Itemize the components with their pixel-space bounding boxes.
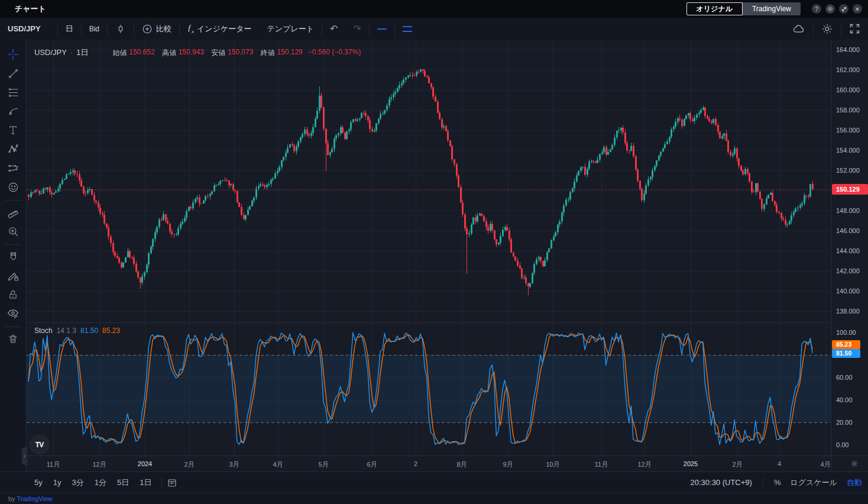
open-label: 始値 bbox=[112, 48, 127, 58]
auto-scale-button[interactable]: 自動 bbox=[847, 477, 862, 488]
quote-type-button[interactable]: Bid bbox=[82, 18, 107, 40]
window-titlebar: チャート オリジナル TradingView ? ✕ bbox=[0, 0, 868, 18]
trend-line-tool[interactable] bbox=[4, 64, 22, 82]
range-1m-button[interactable]: 1分 bbox=[89, 477, 112, 488]
forecast-tool[interactable] bbox=[4, 159, 22, 177]
fullscreen-button[interactable] bbox=[841, 18, 868, 40]
popout-button[interactable] bbox=[839, 4, 848, 14]
percent-scale-button[interactable]: % bbox=[774, 478, 781, 487]
indicator-name: Stoch bbox=[34, 327, 53, 335]
trading-app-window: チャート オリジナル TradingView ? ✕ USD/JPY 日 Bid… bbox=[0, 0, 868, 504]
chart-style-button[interactable] bbox=[108, 18, 134, 40]
last-price-badge: 150.129 bbox=[832, 184, 868, 195]
cloud-save-button[interactable] bbox=[785, 18, 813, 40]
ruler-icon bbox=[7, 206, 19, 218]
magnet-tool[interactable] bbox=[4, 248, 22, 266]
time-tick-label: 12月 bbox=[92, 460, 106, 469]
stoch-k-badge: 81.50 bbox=[832, 349, 860, 358]
range-5y-button[interactable]: 5y bbox=[29, 478, 48, 487]
brush-tool[interactable] bbox=[4, 102, 22, 120]
log-scale-button[interactable]: ログスケール bbox=[790, 477, 837, 488]
emoji-icon bbox=[8, 182, 19, 193]
xabcd-pattern-icon bbox=[8, 144, 19, 155]
stoch-tick-label: 60.00 bbox=[836, 374, 853, 381]
tradingview-link[interactable]: TradingView bbox=[17, 495, 53, 502]
undo-button[interactable]: ↶ bbox=[322, 18, 345, 40]
time-tick-label: 2 bbox=[414, 460, 417, 467]
price-tick-label: 160.000 bbox=[836, 86, 860, 93]
redo-button[interactable]: ↷ bbox=[345, 18, 368, 40]
fx-icon: ƒx bbox=[187, 24, 194, 34]
indicators-button[interactable]: ƒx インジケーター bbox=[180, 18, 260, 40]
chart-settings-button[interactable] bbox=[814, 18, 841, 40]
stoch-d-value: 85.23 bbox=[102, 327, 120, 335]
stoch-tick-label: 20.00 bbox=[836, 419, 853, 426]
drawing-lock-tool[interactable] bbox=[4, 267, 22, 285]
fullscreen-icon bbox=[849, 23, 860, 34]
fib-retracement-tool[interactable] bbox=[4, 83, 22, 101]
indicator-params: 14 1 3 bbox=[57, 327, 76, 335]
symbol-legend[interactable]: USD/JPY · 1日 始値150.652 高値150.943 安値150.0… bbox=[34, 47, 361, 58]
price-tick-label: 152.000 bbox=[836, 167, 860, 174]
time-tick-label: 10月 bbox=[546, 460, 559, 469]
lock-all-tool[interactable] bbox=[4, 286, 22, 303]
candlestick-icon bbox=[115, 23, 126, 35]
measure-tool[interactable] bbox=[4, 203, 22, 221]
line-style-button[interactable] bbox=[370, 18, 394, 40]
time-tick-label: 11月 bbox=[47, 460, 60, 469]
price-tick-label: 156.000 bbox=[836, 127, 860, 134]
hide-drawings-tool[interactable] bbox=[4, 305, 22, 322]
stochastic-legend[interactable]: Stoch 14 1 3 81.50 85.23 bbox=[34, 327, 120, 335]
cloud-icon bbox=[792, 23, 805, 35]
time-tick-label: 2月 bbox=[184, 460, 194, 469]
price-tick-label: 140.000 bbox=[836, 287, 860, 295]
time-tick-label: 2024 bbox=[138, 460, 152, 467]
eye-pencil-icon bbox=[7, 308, 19, 319]
time-tick-label: 8月 bbox=[456, 460, 467, 469]
stoch-tick-label: 40.00 bbox=[836, 396, 853, 403]
gear-icon bbox=[850, 460, 859, 468]
price-chart-canvas[interactable] bbox=[27, 40, 831, 322]
time-axis[interactable]: 11月12月20242月3月4月5月6月28月9月10月11月12月20252月… bbox=[27, 455, 868, 471]
high-value: 150.943 bbox=[179, 48, 204, 58]
lock-icon bbox=[8, 289, 18, 300]
compare-button[interactable]: 比較 bbox=[134, 18, 179, 40]
interval-button[interactable]: 日 bbox=[58, 18, 81, 40]
emoji-tool[interactable] bbox=[4, 178, 22, 196]
remove-drawings-tool[interactable] bbox=[4, 330, 22, 348]
clock-display[interactable]: 20:30:30 (UTC+9) bbox=[690, 478, 752, 487]
time-tick-label: 5月 bbox=[318, 460, 328, 469]
range-1d-button[interactable]: 1日 bbox=[134, 477, 157, 488]
pane-divider[interactable] bbox=[27, 322, 831, 323]
pattern-tool[interactable] bbox=[4, 140, 22, 158]
stoch-k-value: 81.50 bbox=[80, 327, 98, 335]
symbol-button[interactable]: USD/JPY bbox=[0, 18, 57, 40]
tab-tradingview[interactable]: TradingView bbox=[743, 2, 801, 15]
change-value: −0.560 (−0.37%) bbox=[308, 48, 361, 58]
time-tick-label: 11月 bbox=[595, 460, 608, 469]
magnifier-plus-icon bbox=[8, 226, 19, 237]
pencil-lock-icon bbox=[8, 270, 19, 282]
tab-original[interactable]: オリジナル bbox=[686, 2, 743, 15]
settings-button[interactable] bbox=[825, 4, 835, 14]
parallel-lines-button[interactable] bbox=[395, 18, 420, 40]
time-axis-settings-button[interactable] bbox=[850, 460, 859, 470]
price-axis[interactable]: 164.000162.000160.000158.000156.000154.0… bbox=[831, 40, 868, 455]
help-button[interactable]: ? bbox=[812, 4, 821, 14]
go-to-date-button[interactable] bbox=[167, 477, 177, 488]
text-tool[interactable] bbox=[4, 121, 22, 139]
trash-icon bbox=[8, 334, 18, 344]
stochastic-chart-canvas[interactable] bbox=[27, 323, 831, 455]
range-1y-button[interactable]: 1y bbox=[48, 478, 67, 487]
close-button[interactable]: ✕ bbox=[853, 4, 862, 14]
sidebar-collapse-handle[interactable]: ‹ bbox=[22, 447, 27, 465]
time-tick-label: 3月 bbox=[229, 460, 239, 469]
range-5d-button[interactable]: 5日 bbox=[112, 477, 134, 488]
range-3m-button[interactable]: 3分 bbox=[66, 477, 89, 488]
time-tick-label: 6月 bbox=[367, 460, 377, 469]
crosshair-tool[interactable] bbox=[4, 46, 22, 63]
zoom-in-tool[interactable] bbox=[4, 222, 22, 240]
templates-button[interactable]: テンプレート bbox=[260, 18, 322, 40]
fib-retracement-icon bbox=[8, 87, 19, 98]
time-tick-label: 4月 bbox=[273, 460, 283, 469]
